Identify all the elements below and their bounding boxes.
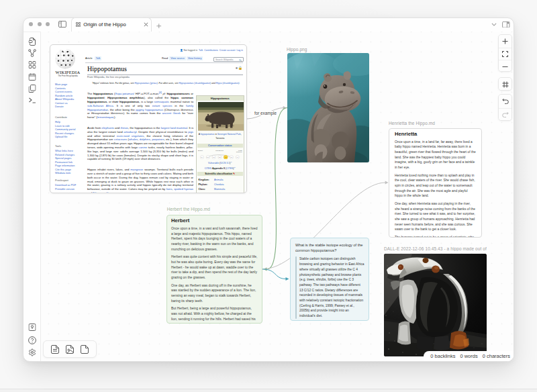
svg-text:CR: CR: [213, 156, 215, 158]
svg-text:EN: EN: [219, 156, 221, 158]
svg-text:VU: VU: [225, 156, 227, 158]
svg-text:EW: EW: [207, 156, 209, 158]
